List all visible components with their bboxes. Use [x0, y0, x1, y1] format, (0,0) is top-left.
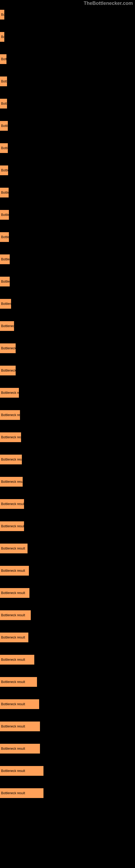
bar-row: Bottleneck result: [0, 250, 135, 264]
bar-row: Bottleneck result: [0, 472, 135, 487]
bar-label: [0, 383, 135, 387]
bar-label: [0, 361, 135, 365]
bar-label: [0, 517, 135, 520]
bar-label: [0, 205, 135, 209]
bar-label: [0, 583, 135, 587]
chart-bar: Bottleneck result: [0, 143, 8, 153]
chart-bar: Bottleneck result: [0, 121, 8, 131]
chart-bar: Bottleneck result: [0, 76, 7, 86]
bar-label: [0, 161, 135, 164]
chart-bar: Bottleneck result: [0, 566, 29, 576]
chart-bar: Bottleneck result: [0, 455, 22, 464]
bar-row: Bottleneck result: [0, 539, 135, 553]
bar-label: [0, 316, 135, 320]
bar-label: [0, 450, 135, 454]
bar-row: Bottleneck result: [0, 717, 135, 731]
bar-row: Bottleneck result: [0, 72, 135, 86]
bar-row: Bottleneck result: [0, 205, 135, 220]
chart-bar: Bottleneck result: [0, 254, 10, 264]
bar-row: Bottleneck result: [0, 316, 135, 331]
bar-label: [0, 294, 135, 298]
bar-row: Bottleneck result: [0, 783, 135, 798]
bar-label: [0, 72, 135, 75]
bar-row: Bottleneck result: [0, 116, 135, 131]
bar-label: [0, 739, 135, 743]
chart-bar: Bottleneck result: [0, 721, 40, 731]
chart-bar: Bottleneck result: [0, 699, 39, 709]
bar-row: Bottleneck result: [0, 227, 135, 242]
bar-row: Bottleneck result: [0, 561, 135, 576]
chart-bar: Bottleneck result: [0, 343, 16, 353]
bar-row: Bottleneck result: [0, 694, 135, 709]
bar-label: [0, 94, 135, 98]
chart-bar: Bottleneck result: [0, 588, 30, 598]
bar-row: Bottleneck result: [0, 606, 135, 620]
bar-row: Bottleneck result: [0, 27, 135, 42]
chart-bar: Bottleneck result: [0, 677, 37, 687]
chart-bar: Bottleneck result: [0, 366, 16, 375]
chart-bar: Bottleneck result: [0, 744, 40, 753]
bar-label: [0, 628, 135, 631]
bar-row: Bottleneck result: [0, 50, 135, 64]
bar-label: [0, 761, 135, 765]
bar-row: Bottleneck result: [0, 138, 135, 153]
chart-bar: Bottleneck result: [0, 32, 4, 42]
bar-row: Bottleneck result: [0, 517, 135, 531]
chart-bar: Bottleneck result: [0, 210, 9, 220]
bar-label: [0, 138, 135, 142]
bar-row: Bottleneck result: [0, 650, 135, 664]
chart-bar: Bottleneck result: [0, 632, 28, 642]
bar-label: [0, 272, 135, 276]
chart-bar: Bottleneck result: [0, 410, 20, 420]
chart-bar: Bottleneck result: [0, 544, 28, 553]
chart-bar: Bottleneck result: [0, 766, 43, 776]
chart-bar: Bottleneck result: [0, 521, 24, 531]
bar-row: Bottleneck result: [0, 672, 135, 687]
bar-label: [0, 539, 135, 542]
chart-bar: Bottleneck result: [0, 99, 7, 108]
chart-bar: Bottleneck result: [0, 499, 24, 509]
bar-row: Bottleneck result: [0, 339, 135, 353]
bar-row: Bottleneck result: [0, 183, 135, 197]
bar-label: [0, 27, 135, 31]
chart-bar: Bottleneck result: [0, 321, 14, 331]
bar-row: Bottleneck result: [0, 739, 135, 753]
bar-label: [0, 561, 135, 565]
bar-label: [0, 405, 135, 409]
bar-row: Bottleneck result: [0, 94, 135, 108]
bar-label: [0, 428, 135, 431]
bar-label: [0, 783, 135, 787]
bar-row: Bottleneck result: [0, 294, 135, 309]
bar-row: Bottleneck result: [0, 583, 135, 598]
bar-row: Bottleneck result: [0, 5, 135, 20]
bar-row: Bottleneck result: [0, 761, 135, 776]
bar-row: Bottleneck result: [0, 428, 135, 442]
bar-row: Bottleneck result: [0, 450, 135, 464]
chart-bar: Bottleneck result: [0, 232, 9, 242]
bar-label: [0, 606, 135, 609]
chart-bar: Bottleneck result: [0, 10, 4, 20]
chart-bar: Bottleneck result: [0, 165, 8, 175]
bar-label: [0, 472, 135, 476]
bar-label: [0, 183, 135, 187]
bar-label: [0, 339, 135, 342]
chart-bar: Bottleneck result: [0, 299, 11, 309]
chart-bar: Bottleneck result: [0, 432, 21, 442]
chart-bar: Bottleneck result: [0, 788, 43, 798]
chart-container: Bottleneck result Bottleneck result Bott…: [0, 0, 135, 798]
chart-bar: Bottleneck result: [0, 277, 10, 286]
chart-bar: Bottleneck result: [0, 54, 6, 64]
bar-row: Bottleneck result: [0, 272, 135, 286]
bar-label: [0, 672, 135, 676]
bar-row: Bottleneck result: [0, 383, 135, 398]
bar-label: [0, 227, 135, 231]
chart-bar: Bottleneck result: [0, 388, 19, 398]
chart-bar: Bottleneck result: [0, 477, 23, 487]
bar-label: [0, 694, 135, 698]
chart-bar: Bottleneck result: [0, 610, 31, 620]
bar-label: [0, 250, 135, 253]
bar-row: Bottleneck result: [0, 161, 135, 175]
chart-bar: Bottleneck result: [0, 655, 34, 664]
bar-label: [0, 494, 135, 498]
bar-row: Bottleneck result: [0, 494, 135, 509]
